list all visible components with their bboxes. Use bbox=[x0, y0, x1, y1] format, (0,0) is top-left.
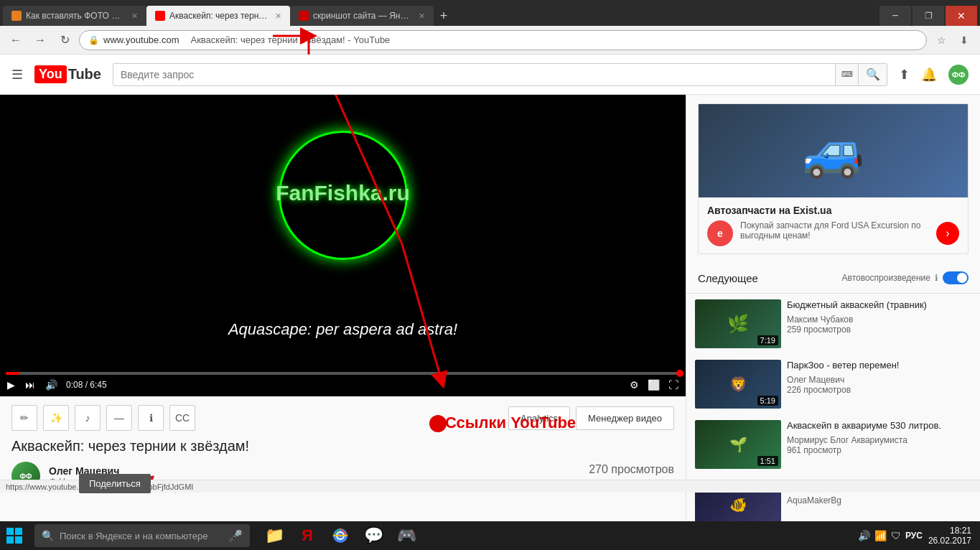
rec-title-3: Акваскейп в аквариуме 530 литров. bbox=[787, 420, 971, 432]
settings-button[interactable]: ⚙ bbox=[628, 378, 640, 392]
video-progress-dot bbox=[676, 370, 683, 377]
forward-button[interactable]: → bbox=[30, 30, 50, 50]
rec-views-1: 259 просмотров bbox=[787, 325, 971, 335]
volume-button[interactable]: 🔊 bbox=[44, 378, 59, 392]
rec-duration-3: 1:51 bbox=[757, 456, 778, 466]
browser-tab-2[interactable]: Акваскейп: через терни... ✕ bbox=[146, 6, 290, 26]
ad-banner: 🚙 Автозапчасти на Exist.ua e Покупай зап… bbox=[698, 103, 969, 254]
address-path: Акваскейп: через тернии к звёздам! - You… bbox=[191, 34, 391, 45]
minus-button[interactable]: — bbox=[106, 405, 132, 431]
new-tab-button[interactable]: + bbox=[434, 6, 454, 26]
ad-title: Автозапчасти на Exist.ua bbox=[707, 205, 959, 216]
video-tagline: Aquascape: per aspera ad astra! bbox=[228, 320, 457, 339]
music-button[interactable]: ♪ bbox=[75, 405, 101, 431]
analytics-button[interactable]: Analytics bbox=[508, 406, 570, 430]
browser-tab-3[interactable]: скриншот сайта — Яндекс... ✕ bbox=[290, 6, 434, 26]
rec-info-3: Акваскейп в аквариуме 530 литров. Мормир… bbox=[787, 420, 971, 469]
tab-close-2[interactable]: ✕ bbox=[275, 11, 281, 21]
yt-upload-icon[interactable]: ⬆ bbox=[899, 67, 910, 83]
address-bar[interactable]: 🔒 www.youtube.com Акваскейп: через терни… bbox=[79, 30, 927, 50]
rec-info-2: ПаркЗоо - ветер перемен! Олег Мацевич 22… bbox=[787, 360, 971, 409]
yt-header-right: ⬆ 🔔 ФФ bbox=[899, 65, 969, 85]
info-button[interactable]: ℹ bbox=[138, 405, 164, 431]
tab-close-1[interactable]: ✕ bbox=[131, 11, 138, 21]
rec-title-1: Бюджетный акваскейп (травник) bbox=[787, 299, 971, 312]
view-count: 270 просмотров bbox=[589, 463, 674, 476]
next-button[interactable]: ⏭ bbox=[24, 378, 37, 392]
rec-views-3: 961 просмотр bbox=[787, 445, 971, 455]
rec-channel-2: Олег Мацевич bbox=[787, 375, 971, 385]
rec-channel-3: Мормирус Блог Аквариумиста bbox=[787, 435, 971, 445]
window-restore[interactable]: ❐ bbox=[913, 6, 944, 26]
autoplay-label: Автовоспроизведение bbox=[842, 273, 930, 283]
tab-favicon-2 bbox=[155, 11, 165, 21]
yt-search-input[interactable] bbox=[113, 64, 835, 85]
ad-arrow-button[interactable]: › bbox=[936, 222, 959, 245]
ad-info: e Покупай запчасти для Ford USA Excursio… bbox=[707, 220, 959, 246]
share-tooltip[interactable]: Поделиться bbox=[79, 474, 151, 493]
rec-info-1: Бюджетный акваскейп (травник) Максим Чуб… bbox=[787, 299, 971, 348]
video-actions: ✏ ✨ ♪ — ℹ CC Analytics Менеджер видео bbox=[11, 405, 674, 431]
sidebar-next-label: Следующее bbox=[698, 272, 758, 284]
rec-duration-1: 7:19 bbox=[757, 335, 778, 345]
yt-search-button[interactable]: 🔍 bbox=[858, 64, 887, 85]
yt-search-kbd-button[interactable]: ⌨ bbox=[835, 64, 858, 85]
rec-video-2[interactable]: 🦁 5:19 ПаркЗоо - ветер перемен! Олег Мац… bbox=[686, 354, 980, 414]
left-column: FanFishka.ru Aquascape: per aspera ad as… bbox=[0, 95, 686, 521]
tab-favicon-1 bbox=[11, 11, 22, 21]
tab-label-1: Как вставлять ФОТО и ВИД... bbox=[26, 11, 124, 21]
bookmark-button[interactable]: ☆ bbox=[931, 30, 951, 50]
browser-tab-1[interactable]: Как вставлять ФОТО и ВИД... ✕ bbox=[3, 6, 146, 26]
edit-button[interactable]: ✏ bbox=[11, 405, 37, 431]
refresh-button[interactable]: ↻ bbox=[55, 30, 75, 50]
window-close[interactable]: ✕ bbox=[946, 6, 977, 26]
ad-content: Автозапчасти на Exist.ua e Покупай запча… bbox=[699, 197, 968, 253]
rec-duration-2: 5:19 bbox=[757, 396, 778, 406]
yt-logo-tube: Tube bbox=[68, 66, 101, 83]
yt-search-bar[interactable]: ⌨ 🔍 bbox=[113, 63, 887, 86]
yt-bell-icon[interactable]: 🔔 bbox=[921, 67, 937, 83]
autoplay-info-icon[interactable]: ℹ bbox=[935, 273, 938, 283]
fullscreen-button[interactable]: ⛶ bbox=[667, 378, 680, 392]
video-player[interactable]: FanFishka.ru Aquascape: per aspera ad as… bbox=[0, 95, 686, 396]
download-button[interactable]: ⬇ bbox=[954, 30, 974, 50]
yt-logo[interactable]: You Tube bbox=[34, 65, 101, 83]
tab-bar: Как вставлять ФОТО и ВИД... ✕ Акваскейп:… bbox=[0, 0, 980, 26]
cc-button[interactable]: CC bbox=[169, 405, 195, 431]
miniplayer-button[interactable]: ⬜ bbox=[646, 378, 661, 392]
yt-user-avatar[interactable]: ФФ bbox=[948, 65, 969, 85]
ad-text: Покупай запчасти для Ford USA Excursion … bbox=[740, 220, 929, 241]
rec-video-3[interactable]: 🌱 1:51 Акваскейп в аквариуме 530 литров.… bbox=[686, 414, 980, 475]
sidebar: 🚙 Автозапчасти на Exist.ua e Покупай зап… bbox=[686, 95, 980, 521]
tab-close-3[interactable]: ✕ bbox=[419, 11, 425, 21]
tab-favicon-3 bbox=[299, 11, 309, 21]
window-minimize[interactable]: − bbox=[879, 6, 911, 26]
video-controls-right: ⚙ ⬜ ⛶ bbox=[628, 378, 680, 392]
video-progress-bar[interactable] bbox=[6, 372, 680, 375]
play-button[interactable]: ▶ bbox=[6, 378, 17, 392]
rec-channel-4: AquaMakerBg bbox=[787, 495, 971, 505]
rec-views-2: 226 просмотров bbox=[787, 385, 971, 395]
ad-logo: e bbox=[707, 220, 733, 246]
youtube-page: ☰ You Tube ⌨ 🔍 ⬆ 🔔 ФФ bbox=[0, 55, 980, 521]
sidebar-header: Следующее Автовоспроизведение ℹ bbox=[686, 263, 980, 294]
rec-thumb-1: 🌿 7:19 bbox=[695, 299, 781, 348]
yt-menu-icon[interactable]: ☰ bbox=[11, 67, 23, 83]
tab-label-3: скриншот сайта — Яндекс... bbox=[313, 11, 411, 21]
rec-title-2: ПаркЗоо - ветер перемен! bbox=[787, 360, 971, 372]
tab-label-2: Акваскейп: через терни... bbox=[169, 11, 268, 21]
video-bg: FanFishka.ru Aquascape: per aspera ad as… bbox=[0, 95, 686, 396]
back-button[interactable]: ← bbox=[6, 30, 26, 50]
rec-video-1[interactable]: 🌿 7:19 Бюджетный акваскейп (травник) Мак… bbox=[686, 294, 980, 354]
ad-truck-icon: 🚙 bbox=[802, 121, 864, 180]
video-manager-button[interactable]: Менеджер видео bbox=[576, 406, 674, 430]
autoplay-toggle[interactable] bbox=[943, 271, 969, 284]
video-title: Акваскейп: через тернии к звёздам! bbox=[11, 438, 674, 455]
autoplay-section: Автовоспроизведение ℹ bbox=[842, 271, 969, 284]
wand-button[interactable]: ✨ bbox=[43, 405, 69, 431]
rec-channel-1: Максим Чубаков bbox=[787, 314, 971, 325]
yt-logo-you: You bbox=[34, 65, 67, 83]
address-domain: www.youtube.com bbox=[103, 34, 179, 45]
nav-bar: ← → ↻ 🔒 www.youtube.com Акваскейп: через… bbox=[0, 26, 980, 55]
time-display: 0:08 / 6:45 bbox=[66, 380, 107, 390]
